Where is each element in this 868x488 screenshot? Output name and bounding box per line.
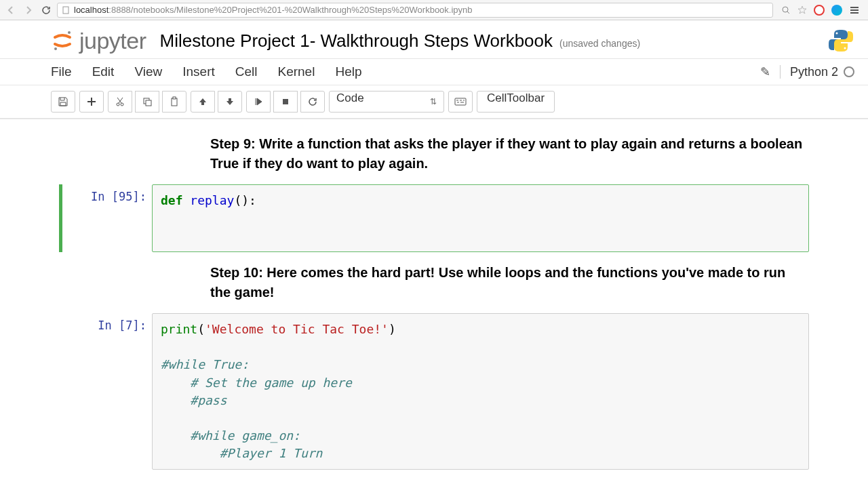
url-bar[interactable]: localhost:8888/notebooks/Milestone%20Pro… xyxy=(57,3,773,18)
svg-line-2 xyxy=(787,12,789,14)
divider xyxy=(780,65,781,79)
menu-cell[interactable]: Cell xyxy=(235,64,258,79)
browser-right-icons xyxy=(777,5,864,16)
hamburger-icon[interactable] xyxy=(849,5,860,16)
command-palette-button[interactable] xyxy=(448,91,473,113)
menubar: File Edit View Insert Cell Kernel Help ✎… xyxy=(0,58,868,85)
notebook-title[interactable]: Milestone Project 1- Walkthrough Steps W… xyxy=(160,30,553,52)
svg-point-12 xyxy=(117,103,119,106)
menu-insert[interactable]: Insert xyxy=(182,64,215,79)
markdown-cell-step10[interactable]: Step 10: Here comes the hard part! Use w… xyxy=(54,256,814,309)
extension-icon-2[interactable] xyxy=(831,5,842,16)
save-status: (unsaved changes) xyxy=(559,38,640,49)
notebook-header: jupyter Milestone Project 1- Walkthrough… xyxy=(0,20,868,119)
cell-prompt: In [95]: xyxy=(62,184,152,252)
svg-rect-20 xyxy=(283,99,288,104)
svg-point-6 xyxy=(68,31,71,34)
kernel-indicator[interactable]: Python 2 xyxy=(790,65,854,79)
forward-button xyxy=(22,3,35,17)
cut-button[interactable] xyxy=(108,91,132,113)
menu-kernel[interactable]: Kernel xyxy=(277,64,315,79)
reload-button[interactable] xyxy=(39,3,53,17)
browser-chrome: localhost:8888/notebooks/Milestone%20Pro… xyxy=(0,0,868,20)
cell-prompt: In [7]: xyxy=(62,313,152,470)
star-icon[interactable] xyxy=(797,5,807,15)
toolbar: Code CellToolbar xyxy=(0,85,868,119)
stop-button[interactable] xyxy=(273,91,298,113)
code-cell-2[interactable]: In [7]: print('Welcome to Tic Tac Toe!')… xyxy=(54,313,814,470)
save-button[interactable] xyxy=(51,91,75,113)
code-input[interactable]: def replay(): xyxy=(152,184,809,252)
url-host: localhost xyxy=(74,5,108,15)
svg-point-8 xyxy=(836,33,838,35)
code-cell-1[interactable]: In [95]: def replay(): xyxy=(54,184,814,252)
kernel-name: Python 2 xyxy=(790,65,838,79)
svg-point-1 xyxy=(783,7,788,12)
celltoolbar-button[interactable]: CellToolbar xyxy=(477,91,555,113)
run-button[interactable] xyxy=(246,91,271,113)
svg-rect-19 xyxy=(173,97,176,99)
zoom-icon[interactable] xyxy=(781,5,791,15)
menu-edit[interactable]: Edit xyxy=(92,64,115,79)
back-button xyxy=(4,3,18,17)
menu-help[interactable]: Help xyxy=(335,64,361,79)
svg-rect-18 xyxy=(172,98,177,106)
paste-button[interactable] xyxy=(162,91,186,113)
move-up-button[interactable] xyxy=(191,91,215,113)
code-input[interactable]: print('Welcome to Tic Tac Toe!') #while … xyxy=(152,313,809,470)
python-logo xyxy=(827,27,854,54)
svg-rect-17 xyxy=(146,100,151,106)
svg-rect-0 xyxy=(63,7,68,14)
edit-icon[interactable]: ✎ xyxy=(760,64,770,79)
jupyter-logo-mark xyxy=(51,29,74,52)
move-down-button[interactable] xyxy=(218,91,242,113)
notebook-container: Step 9: Write a function that asks the p… xyxy=(54,119,814,482)
jupyter-logo-text: jupyter xyxy=(79,28,146,54)
extension-icon-1[interactable] xyxy=(814,5,825,16)
svg-rect-21 xyxy=(455,98,466,105)
copy-button[interactable] xyxy=(135,91,159,113)
kernel-status-icon xyxy=(844,66,854,77)
markdown-cell-step9[interactable]: Step 9: Write a function that asks the p… xyxy=(54,127,814,180)
svg-point-9 xyxy=(844,47,846,49)
add-cell-button[interactable] xyxy=(79,91,104,113)
notebook-app: jupyter Milestone Project 1- Walkthrough… xyxy=(0,20,868,482)
url-path: /notebooks/Milestone%20Project%201-%20Wa… xyxy=(131,5,473,15)
jupyter-logo[interactable]: jupyter xyxy=(51,28,146,54)
menu-view[interactable]: View xyxy=(134,64,162,79)
svg-point-7 xyxy=(54,47,57,50)
restart-button[interactable] xyxy=(300,91,325,113)
menu-file[interactable]: File xyxy=(51,64,72,79)
url-port: :8888 xyxy=(108,5,131,15)
svg-point-13 xyxy=(121,103,123,106)
cell-type-select[interactable]: Code xyxy=(329,91,444,113)
